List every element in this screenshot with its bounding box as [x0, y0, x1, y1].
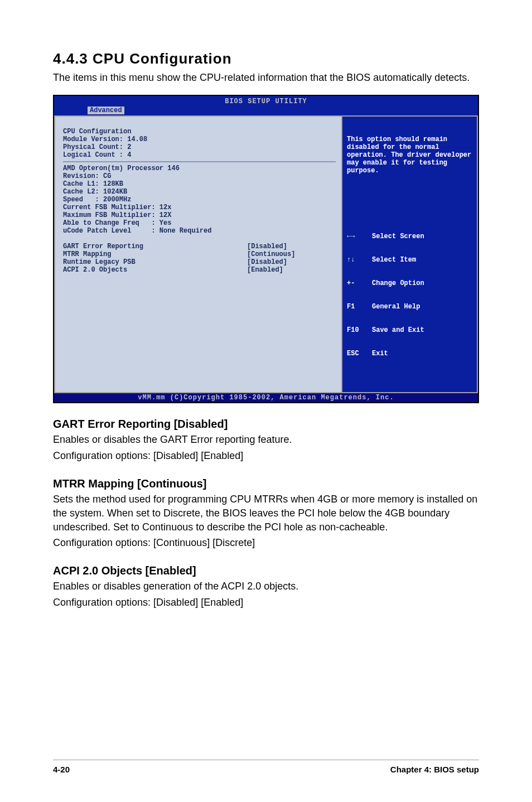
bios-line: uCode Patch Level : None Required: [63, 227, 211, 235]
bios-body: CPU Configuration Module Version: 14.08 …: [54, 115, 478, 393]
bios-footer: vMM.mm (C)Copyright 1985-2002, American …: [54, 393, 478, 402]
bios-setting-row: GART Error Reporting[Disabled]: [63, 243, 336, 250]
page-number: 4-20: [53, 765, 70, 774]
nav-desc: Change Option: [372, 279, 424, 287]
bios-left-pane: CPU Configuration Module Version: 14.08 …: [54, 115, 341, 393]
nav-key: F10: [347, 326, 372, 334]
bios-tab-bar: Advanced: [54, 105, 478, 115]
bios-line: Maximum FSB Multiplier: 12X: [63, 211, 171, 219]
bios-nav-row: ↑↓Select Item: [347, 256, 472, 264]
bios-screenshot: BIOS SETUP UTILITY Advanced CPU Configur…: [53, 95, 479, 403]
bios-title: BIOS SETUP UTILITY: [54, 96, 478, 105]
setting-value: [Enabled]: [247, 266, 283, 274]
bios-setting-row: MTRR Mapping[Continuous]: [63, 250, 336, 258]
paragraph: Configuration options: [Disabled] [Enabl…: [53, 449, 479, 463]
setting-label: ACPI 2.0 Objects: [63, 266, 247, 274]
paragraph: Enables or disables generation of the AC…: [53, 579, 479, 593]
bios-line: Current FSB Multiplier: 12x: [63, 204, 171, 211]
paragraph: Sets the method used for programming CPU…: [53, 492, 479, 534]
bios-line: Able to Change Freq : Yes: [63, 219, 171, 227]
section-intro: The items in this menu show the CPU-rela…: [53, 71, 479, 85]
paragraph: Configuration options: [Disabled] [Enabl…: [53, 596, 479, 610]
paragraph: Configuration options: [Continuous] [Dis…: [53, 536, 479, 550]
bios-nav-row: ESCExit: [347, 350, 472, 357]
bios-right-pane: This option should remain disabled for t…: [341, 115, 478, 393]
chapter-label: Chapter 4: BIOS setup: [390, 765, 479, 774]
bios-line: Logical Count : 4: [63, 151, 131, 159]
bios-setting-row: ACPI 2.0 Objects[Enabled]: [63, 266, 336, 274]
bios-line: Cache L1: 128KB: [63, 180, 123, 188]
section-heading: 4.4.3 CPU Configuration: [53, 50, 479, 67]
bios-line: Physical Count: 2: [63, 143, 131, 151]
setting-label: GART Error Reporting: [63, 243, 247, 250]
page: 4.4.3 CPU Configuration The items in thi…: [0, 0, 532, 802]
bios-nav-row: F10Save and Exit: [347, 326, 472, 334]
bios-line: Speed : 2000MHz: [63, 196, 131, 204]
page-footer: 4-20 Chapter 4: BIOS setup: [53, 760, 479, 774]
bios-nav-help: ←→Select Screen ↑↓Select Item +-Change O…: [347, 217, 472, 373]
bios-nav-row: ←→Select Screen: [347, 233, 472, 240]
bios-nav-row: F1General Help: [347, 303, 472, 311]
setting-value: [Continuous]: [247, 250, 295, 258]
nav-key: F1: [347, 303, 372, 311]
subsection-heading-acpi: ACPI 2.0 Objects [Enabled]: [53, 564, 479, 577]
bios-help-text: This option should remain disabled for t…: [347, 136, 472, 175]
bios-line: AMD Opteron(tm) Processor 146: [63, 165, 180, 172]
nav-key: ←→: [347, 233, 372, 240]
nav-key: ESC: [347, 350, 372, 357]
nav-desc: General Help: [372, 303, 420, 311]
bios-line: Revision: CG: [63, 172, 111, 180]
bios-divider: [63, 161, 336, 162]
bios-nav-row: +-Change Option: [347, 279, 472, 287]
bios-setting-row: Runtime Legacy PSB[Disabled]: [63, 258, 336, 266]
nav-desc: Save and Exit: [372, 326, 424, 334]
setting-label: Runtime Legacy PSB: [63, 258, 247, 266]
setting-label: MTRR Mapping: [63, 250, 247, 258]
nav-key: +-: [347, 279, 372, 287]
bios-line: CPU Configuration: [63, 128, 131, 136]
nav-desc: Select Item: [372, 256, 416, 264]
bios-tab-advanced: Advanced: [88, 107, 124, 114]
nav-key: ↑↓: [347, 256, 372, 264]
subsection-heading-mtrr: MTRR Mapping [Continuous]: [53, 477, 479, 490]
subsection-heading-gart: GART Error Reporting [Disabled]: [53, 418, 479, 431]
nav-desc: Exit: [372, 350, 388, 357]
setting-value: [Disabled]: [247, 258, 287, 266]
bios-line: Cache L2: 1024KB: [63, 188, 127, 196]
nav-desc: Select Screen: [372, 233, 424, 240]
paragraph: Enables or disables the GART Error repor…: [53, 433, 479, 447]
setting-value: [Disabled]: [247, 243, 287, 250]
bios-line: Module Version: 14.08: [63, 136, 147, 143]
